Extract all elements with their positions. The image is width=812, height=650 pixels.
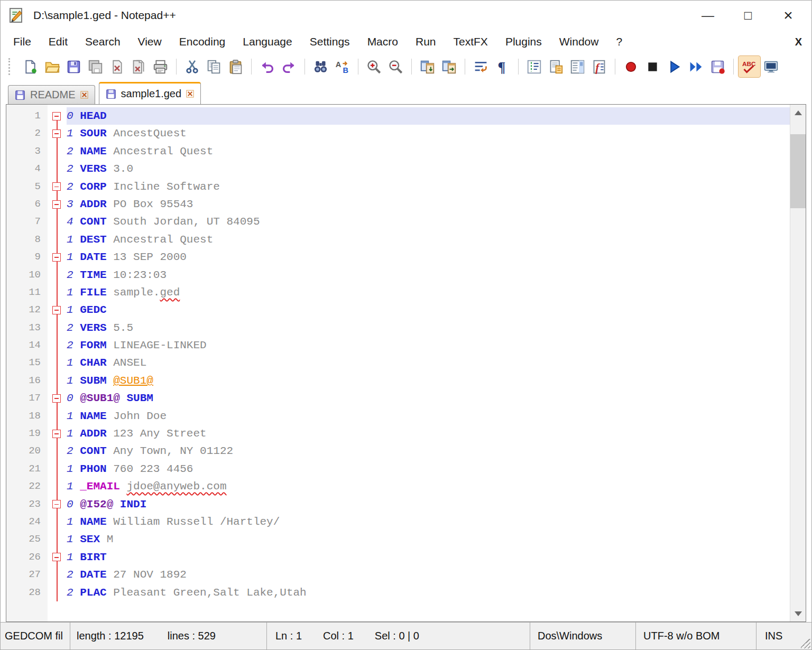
toolbar-grip[interactable] [8,58,10,75]
fold-collapse-marker[interactable] [48,125,67,142]
fold-collapse-marker[interactable] [48,389,67,407]
notepad-plus-plus-app-icon[interactable] [8,7,25,24]
line-number[interactable]: 5 [6,178,48,196]
print-button[interactable] [150,56,171,77]
maximize-button[interactable]: □ [728,1,768,30]
code-text[interactable]: 1 PHON 760 223 4456 [67,460,790,478]
zoom-out-button[interactable] [385,56,407,77]
line-number[interactable]: 23 [6,496,48,513]
menu-help[interactable]: ? [616,35,622,48]
editor-line-12[interactable]: 121 GEDC [6,301,790,319]
status-insert-mode[interactable]: INS [756,623,811,649]
macro-play-button[interactable] [663,56,685,77]
code-text[interactable]: 1 NAME John Doe [67,407,790,425]
code-text[interactable]: 1 _EMAIL jdoe@anyweb.com [67,478,790,495]
editor[interactable]: 10 HEAD21 SOUR AncestQuest32 NAME Ancest… [6,104,806,622]
menu-run[interactable]: Run [416,35,436,48]
line-number[interactable]: 18 [6,407,48,425]
function-list-button[interactable]: f [588,56,610,77]
code-text[interactable]: 1 DATE 13 SEP 2000 [67,248,790,266]
fold-collapse-marker[interactable] [48,196,67,213]
line-number[interactable]: 22 [6,478,48,495]
zoom-in-button[interactable] [363,56,385,77]
line-number[interactable]: 24 [6,513,48,531]
scrollbar-down-arrow-icon[interactable] [790,606,806,621]
sync-scroll-vertical-button[interactable] [417,56,438,77]
line-number[interactable]: 6 [6,196,48,213]
line-number[interactable]: 11 [6,284,48,301]
menubar-close-document-button[interactable]: X [795,36,802,48]
menu-settings[interactable]: Settings [310,35,350,48]
line-number[interactable]: 28 [6,584,48,601]
line-number[interactable]: 9 [6,248,48,266]
redo-button[interactable] [278,56,300,77]
indent-guide-button[interactable] [523,56,545,77]
line-number[interactable]: 3 [6,143,48,160]
code-text[interactable]: 0 HEAD [67,107,790,125]
editor-line-7[interactable]: 74 CONT South Jordan, UT 84095 [6,213,790,230]
resize-grip[interactable] [801,639,810,648]
editor-line-27[interactable]: 272 DATE 27 NOV 1892 [6,566,790,583]
menu-textfx[interactable]: TextFX [454,35,488,48]
status-encoding[interactable]: UTF-8 w/o BOM [636,623,756,649]
console-button[interactable] [760,56,782,77]
editor-line-20[interactable]: 202 CONT Any Town, NY 01122 [6,442,790,460]
cut-button[interactable] [181,56,203,77]
paste-button[interactable] [225,56,246,77]
close-button[interactable]: × [768,1,808,30]
macro-stop-button[interactable] [642,56,663,77]
word-wrap-button[interactable] [470,56,492,77]
fold-collapse-marker[interactable] [48,178,67,196]
tab-close-icon[interactable] [186,90,194,98]
code-text[interactable]: 2 DATE 27 NOV 1892 [67,566,790,583]
line-number[interactable]: 8 [6,231,48,248]
code-text[interactable]: 1 SUBM @SUB1@ [67,372,790,389]
editor-line-6[interactable]: 63 ADDR PO Box 95543 [6,196,790,213]
line-number[interactable]: 10 [6,266,48,284]
editor-line-14[interactable]: 142 FORM LINEAGE-LINKED [6,337,790,354]
menu-search[interactable]: Search [85,35,121,48]
save-button[interactable] [63,56,85,77]
code-text[interactable]: 1 FILE sample.ged [67,284,790,301]
line-number[interactable]: 15 [6,354,48,372]
code-text[interactable]: 1 ADDR 123 Any Street [67,425,790,442]
code-text[interactable]: 3 ADDR PO Box 95543 [67,196,790,213]
code-text[interactable]: 2 CONT Any Town, NY 01122 [67,442,790,460]
editor-content[interactable]: 10 HEAD21 SOUR AncestQuest32 NAME Ancest… [6,105,790,621]
code-text[interactable]: 1 SEX M [67,531,790,548]
editor-line-19[interactable]: 191 ADDR 123 Any Street [6,425,790,442]
menu-window[interactable]: Window [559,35,599,48]
code-text[interactable]: 2 VERS 5.5 [67,319,790,337]
tab-readme[interactable]: README [8,85,95,104]
code-text[interactable]: 1 NAME William Russell /Hartley/ [67,513,790,531]
line-number[interactable]: 20 [6,442,48,460]
show-all-characters-button[interactable]: ¶ [492,56,513,77]
spell-check-button[interactable]: ABC [739,56,760,77]
line-number[interactable]: 27 [6,566,48,583]
code-text[interactable]: 2 TIME 10:23:03 [67,266,790,284]
minimize-button[interactable]: — [688,1,728,30]
line-number[interactable]: 16 [6,372,48,389]
editor-line-25[interactable]: 251 SEX M [6,531,790,548]
editor-line-8[interactable]: 81 DEST Ancestral Quest [6,231,790,248]
editor-line-13[interactable]: 132 VERS 5.5 [6,319,790,337]
status-eol-format[interactable]: Dos\Windows [530,623,636,649]
editor-line-23[interactable]: 230 @I52@ INDI [6,496,790,513]
editor-line-17[interactable]: 170 @SUB1@ SUBM [6,389,790,407]
close-all-button[interactable] [128,56,150,77]
vertical-scrollbar[interactable] [790,105,806,621]
line-number[interactable]: 13 [6,319,48,337]
menu-view[interactable]: View [138,35,162,48]
macro-record-button[interactable] [620,56,642,77]
editor-line-15[interactable]: 151 CHAR ANSEL [6,354,790,372]
code-text[interactable]: 1 DEST Ancestral Quest [67,231,790,248]
replace-button[interactable]: AB [331,56,353,77]
fold-collapse-marker[interactable] [48,549,67,566]
line-number[interactable]: 19 [6,425,48,442]
editor-line-22[interactable]: 221 _EMAIL jdoe@anyweb.com [6,478,790,495]
line-number[interactable]: 21 [6,460,48,478]
menu-file[interactable]: File [13,35,31,48]
code-text[interactable]: 4 CONT South Jordan, UT 84095 [67,213,790,230]
code-text[interactable]: 2 VERS 3.0 [67,160,790,178]
line-number[interactable]: 25 [6,531,48,548]
